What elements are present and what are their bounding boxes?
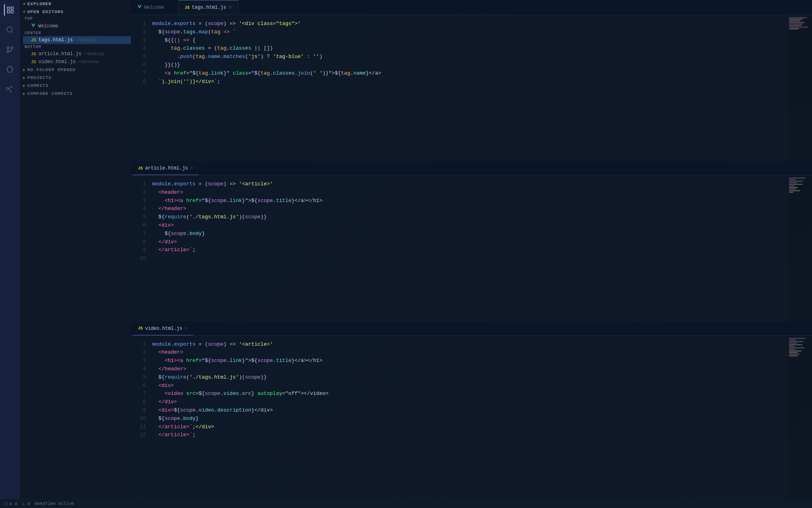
explorer-label: EXPLORER (27, 2, 52, 6)
editor-area: Welcome JS tags.html.js × 12345678 modul… (131, 0, 812, 508)
article-tab-label: article.html.js (145, 165, 188, 171)
projects-label: PROJECTS (27, 75, 52, 80)
source-control-icon[interactable] (4, 44, 16, 56)
welcome-file-icon (31, 23, 36, 29)
sidebar: ▼ EXPLORER ▼ OPEN EDITORS TOP Welcome CE… (20, 0, 131, 508)
tags-tab-icon: JS (185, 6, 190, 10)
article-tab-bar: JS article.html.js × (131, 162, 812, 175)
explorer-arrow: ▼ (23, 2, 26, 6)
tab-bar: Welcome JS tags.html.js × (131, 0, 812, 15)
video-code-area[interactable]: 123456789101112 module.exports = (scope)… (131, 336, 812, 508)
video-file-path: ~/Desktop (77, 60, 99, 64)
tags-tab[interactable]: JS tags.html.js × (178, 0, 239, 15)
tags-line-numbers: 12345678 (131, 15, 151, 161)
article-line-numbers: 12345678910 (131, 175, 151, 321)
article-minimap (788, 175, 812, 321)
video-minimap (788, 336, 812, 508)
video-line-numbers: 123456789101112 (131, 336, 151, 508)
svg-point-3 (11, 47, 13, 49)
video-tab-label: video.html.js (145, 326, 182, 331)
projects-item[interactable]: ▶ PROJECTS (20, 74, 131, 82)
welcome-tab-label: Welcome (144, 5, 164, 10)
no-folder-arrow: ▶ (23, 67, 26, 72)
tags-file-item[interactable]: JS tags.html.js ~/Desktop (23, 36, 131, 44)
errors-count: ⊗ 0 (10, 501, 17, 506)
bottom-label: BOTTOM (23, 44, 131, 50)
compare-commits-arrow: ▶ (23, 91, 26, 96)
open-editors-arrow: ▼ (23, 10, 26, 14)
commits-label: COMMITS (27, 83, 48, 88)
commits-arrow: ▶ (23, 83, 26, 88)
commits-item[interactable]: ▶ COMMITS (20, 82, 131, 90)
extensions-icon[interactable] (4, 83, 16, 95)
editor-panels: 12345678 module.exports = (scope) => '<d… (131, 15, 812, 508)
wakatime-label: WakaTime Active (35, 501, 74, 506)
article-file-path: ~/Desktop (83, 52, 104, 56)
article-code-content: module.exports = (scope) => '<article>' … (151, 175, 788, 321)
article-tab-close[interactable]: × (190, 165, 193, 171)
explorer-icon[interactable] (4, 4, 16, 16)
center-group: CENTER JS tags.html.js ~/Desktop (20, 30, 131, 44)
tags-tab-close[interactable]: × (228, 4, 232, 11)
video-panel-tab[interactable]: JS video.html.js × (132, 322, 193, 335)
tags-panel: 12345678 module.exports = (scope) => '<d… (131, 15, 812, 162)
video-code-content: module.exports = (scope) => '<article>' … (151, 336, 788, 508)
no-folder-label: NO FOLDER OPENED (27, 67, 76, 72)
svg-point-1 (7, 51, 9, 53)
tags-minimap (788, 15, 812, 161)
welcome-file-item[interactable]: Welcome (23, 22, 131, 30)
video-panel: JS video.html.js × 123456789101112 modul… (131, 322, 812, 508)
top-group: TOP Welcome (20, 16, 131, 30)
wakatime-status: WakaTime Active (35, 501, 74, 506)
compare-commits-label: COMPARE COMMITS (27, 91, 73, 96)
svg-point-2 (7, 47, 9, 49)
warnings-count: ⚠ 0 (22, 501, 30, 506)
tags-code-area[interactable]: 12345678 module.exports = (scope) => '<d… (131, 15, 812, 161)
git-icon: ⬡ (4, 501, 8, 506)
explorer-header[interactable]: ▼ EXPLORER (20, 0, 131, 8)
tags-file-icon: JS (31, 38, 36, 42)
open-editors-header[interactable]: ▼ OPEN EDITORS (20, 8, 131, 16)
top-label: TOP (23, 16, 131, 22)
video-tab-icon: JS (138, 326, 143, 331)
welcome-file-name: Welcome (38, 23, 58, 29)
article-file-item[interactable]: JS article.html.js ~/Desktop (23, 50, 131, 58)
welcome-tab-icon (137, 4, 142, 10)
tags-file-name: tags.html.js (38, 37, 73, 43)
welcome-tab[interactable]: Welcome (131, 0, 178, 15)
status-bar: ⬡ ⊗ 0 ⚠ 0 WakaTime Active (0, 499, 812, 508)
tags-tab-label: tags.html.js (192, 5, 226, 10)
article-file-name: article.html.js (38, 51, 81, 57)
video-file-icon: JS (31, 60, 36, 64)
article-tab-icon: JS (138, 166, 143, 171)
bottom-group: BOTTOM JS article.html.js ~/Desktop JS v… (20, 44, 131, 66)
video-file-name: video.html.js (38, 59, 76, 65)
no-folder-item[interactable]: ▶ NO FOLDER OPENED (20, 66, 131, 74)
tags-code-content: module.exports = (scope) => '<div class=… (151, 15, 788, 161)
center-label: CENTER (23, 30, 131, 36)
article-panel-tab[interactable]: JS article.html.js × (132, 162, 199, 175)
projects-arrow: ▶ (23, 75, 26, 80)
article-file-icon: JS (31, 52, 36, 56)
warnings-status: ⚠ 0 (22, 501, 30, 506)
search-icon[interactable] (4, 24, 16, 36)
tags-file-path: ~/Desktop (75, 38, 96, 42)
svg-point-0 (7, 27, 12, 32)
article-code-area[interactable]: 12345678910 module.exports = (scope) => … (131, 175, 812, 321)
debug-icon[interactable] (4, 64, 16, 75)
svg-rect-4 (7, 88, 9, 90)
video-tab-bar: JS video.html.js × (131, 322, 812, 336)
git-status[interactable]: ⬡ ⊗ 0 (4, 501, 17, 506)
activity-bar (0, 0, 20, 508)
video-tab-close[interactable]: × (185, 326, 188, 331)
open-editors-section: ▼ OPEN EDITORS TOP Welcome CENTER JS tag… (20, 8, 131, 66)
article-panel: JS article.html.js × 12345678910 module.… (131, 162, 812, 322)
compare-commits-item[interactable]: ▶ COMPARE COMMITS (20, 90, 131, 98)
open-editors-label: OPEN EDITORS (27, 10, 63, 14)
video-file-item[interactable]: JS video.html.js ~/Desktop (23, 58, 131, 66)
